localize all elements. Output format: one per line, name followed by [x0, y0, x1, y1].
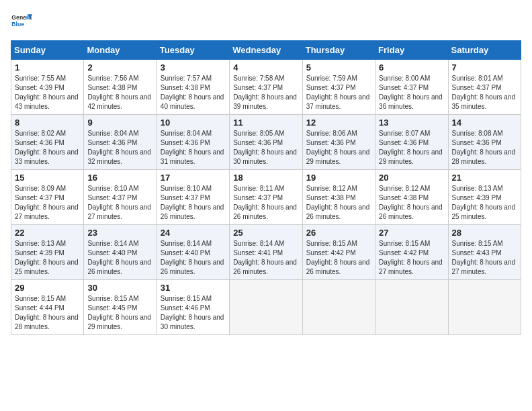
- day-info: Sunrise: 7:58 AMSunset: 4:37 PMDaylight:…: [233, 74, 298, 111]
- calendar-header-monday: Monday: [84, 41, 157, 60]
- day-number: 9: [87, 118, 152, 128]
- day-info: Sunrise: 8:04 AMSunset: 4:36 PMDaylight:…: [87, 129, 152, 167]
- day-number: 29: [15, 283, 80, 293]
- day-info: Sunrise: 8:01 AMSunset: 4:37 PMDaylight:…: [452, 74, 517, 111]
- calendar-week-row: 8 Sunrise: 8:02 AMSunset: 4:36 PMDayligh…: [11, 115, 521, 170]
- calendar-cell: 2 Sunrise: 7:56 AMSunset: 4:38 PMDayligh…: [84, 60, 157, 115]
- day-number: 21: [452, 173, 517, 183]
- calendar-cell: 30 Sunrise: 8:15 AMSunset: 4:45 PMDaylig…: [84, 280, 157, 335]
- logo: General Blue: [11, 11, 32, 32]
- day-number: 17: [161, 173, 226, 183]
- calendar-cell: 26 Sunrise: 8:15 AMSunset: 4:42 PMDaylig…: [302, 225, 375, 280]
- day-info: Sunrise: 8:15 AMSunset: 4:43 PMDaylight:…: [452, 239, 517, 277]
- day-number: 4: [233, 62, 298, 73]
- day-info: Sunrise: 7:56 AMSunset: 4:38 PMDaylight:…: [87, 74, 152, 111]
- calendar-cell: 24 Sunrise: 8:14 AMSunset: 4:40 PMDaylig…: [157, 225, 229, 280]
- day-number: 22: [15, 228, 80, 238]
- calendar-cell: 28 Sunrise: 8:15 AMSunset: 4:43 PMDaylig…: [448, 225, 521, 280]
- calendar-cell: 1 Sunrise: 7:55 AMSunset: 4:39 PMDayligh…: [11, 60, 84, 115]
- calendar-cell: 20 Sunrise: 8:12 AMSunset: 4:38 PMDaylig…: [375, 170, 448, 225]
- day-number: 11: [233, 118, 298, 128]
- calendar-cell: 9 Sunrise: 8:04 AMSunset: 4:36 PMDayligh…: [84, 115, 157, 170]
- day-number: 16: [87, 173, 152, 183]
- calendar-cell: 11 Sunrise: 8:05 AMSunset: 4:36 PMDaylig…: [230, 115, 302, 170]
- calendar-cell: 8 Sunrise: 8:02 AMSunset: 4:36 PMDayligh…: [11, 115, 84, 170]
- day-info: Sunrise: 8:00 AMSunset: 4:37 PMDaylight:…: [379, 74, 444, 111]
- calendar-cell: 12 Sunrise: 8:06 AMSunset: 4:36 PMDaylig…: [302, 115, 375, 170]
- day-number: 30: [87, 283, 152, 293]
- day-info: Sunrise: 8:14 AMSunset: 4:40 PMDaylight:…: [87, 239, 152, 277]
- calendar-cell: 10 Sunrise: 8:04 AMSunset: 4:36 PMDaylig…: [157, 115, 229, 170]
- calendar-week-row: 15 Sunrise: 8:09 AMSunset: 4:37 PMDaylig…: [11, 170, 521, 225]
- calendar-cell: [448, 280, 521, 335]
- day-info: Sunrise: 8:15 AMSunset: 4:44 PMDaylight:…: [15, 294, 80, 332]
- calendar-header-wednesday: Wednesday: [230, 41, 302, 60]
- calendar-cell: 22 Sunrise: 8:13 AMSunset: 4:39 PMDaylig…: [11, 225, 84, 280]
- day-info: Sunrise: 8:10 AMSunset: 4:37 PMDaylight:…: [87, 184, 152, 222]
- day-number: 7: [452, 62, 517, 73]
- day-info: Sunrise: 8:14 AMSunset: 4:41 PMDaylight:…: [233, 239, 298, 277]
- day-number: 23: [87, 228, 152, 238]
- calendar-header-row: SundayMondayTuesdayWednesdayThursdayFrid…: [11, 41, 521, 60]
- day-number: 31: [161, 283, 226, 293]
- calendar-week-row: 1 Sunrise: 7:55 AMSunset: 4:39 PMDayligh…: [11, 60, 521, 115]
- day-info: Sunrise: 8:04 AMSunset: 4:36 PMDaylight:…: [161, 129, 226, 167]
- day-info: Sunrise: 8:07 AMSunset: 4:36 PMDaylight:…: [379, 129, 444, 167]
- calendar-cell: 23 Sunrise: 8:14 AMSunset: 4:40 PMDaylig…: [84, 225, 157, 280]
- calendar-header-thursday: Thursday: [302, 41, 375, 60]
- day-number: 12: [306, 118, 371, 128]
- day-info: Sunrise: 8:15 AMSunset: 4:42 PMDaylight:…: [379, 239, 444, 277]
- day-info: Sunrise: 8:12 AMSunset: 4:38 PMDaylight:…: [306, 184, 371, 222]
- day-number: 26: [306, 228, 371, 238]
- day-info: Sunrise: 8:12 AMSunset: 4:38 PMDaylight:…: [379, 184, 444, 222]
- calendar-cell: 21 Sunrise: 8:13 AMSunset: 4:39 PMDaylig…: [448, 170, 521, 225]
- day-info: Sunrise: 8:09 AMSunset: 4:37 PMDaylight:…: [15, 184, 80, 222]
- day-number: 14: [452, 118, 517, 128]
- day-number: 8: [15, 118, 80, 128]
- day-info: Sunrise: 8:14 AMSunset: 4:40 PMDaylight:…: [161, 239, 226, 277]
- day-info: Sunrise: 8:13 AMSunset: 4:39 PMDaylight:…: [15, 239, 80, 277]
- calendar-cell: 29 Sunrise: 8:15 AMSunset: 4:44 PMDaylig…: [11, 280, 84, 335]
- day-info: Sunrise: 8:05 AMSunset: 4:36 PMDaylight:…: [233, 129, 298, 167]
- day-number: 25: [233, 228, 298, 238]
- day-number: 28: [452, 228, 517, 238]
- calendar-cell: 4 Sunrise: 7:58 AMSunset: 4:37 PMDayligh…: [230, 60, 302, 115]
- logo-icon: General Blue: [11, 11, 32, 32]
- calendar-cell: [230, 280, 302, 335]
- calendar-header-tuesday: Tuesday: [157, 41, 229, 60]
- day-info: Sunrise: 8:10 AMSunset: 4:37 PMDaylight:…: [161, 184, 226, 222]
- day-info: Sunrise: 7:55 AMSunset: 4:39 PMDaylight:…: [15, 74, 80, 111]
- calendar-cell: 5 Sunrise: 7:59 AMSunset: 4:37 PMDayligh…: [302, 60, 375, 115]
- day-info: Sunrise: 8:13 AMSunset: 4:39 PMDaylight:…: [452, 184, 517, 222]
- calendar-cell: 19 Sunrise: 8:12 AMSunset: 4:38 PMDaylig…: [302, 170, 375, 225]
- day-number: 10: [161, 118, 226, 128]
- calendar-header-sunday: Sunday: [11, 41, 84, 60]
- page-header: General Blue: [11, 11, 521, 32]
- day-number: 20: [379, 173, 444, 183]
- day-number: 3: [161, 62, 226, 73]
- calendar-cell: [302, 280, 375, 335]
- day-number: 13: [379, 118, 444, 128]
- day-number: 19: [306, 173, 371, 183]
- day-info: Sunrise: 8:08 AMSunset: 4:36 PMDaylight:…: [452, 129, 517, 167]
- day-info: Sunrise: 8:15 AMSunset: 4:46 PMDaylight:…: [161, 294, 226, 332]
- calendar-cell: 15 Sunrise: 8:09 AMSunset: 4:37 PMDaylig…: [11, 170, 84, 225]
- calendar-week-row: 29 Sunrise: 8:15 AMSunset: 4:44 PMDaylig…: [11, 280, 521, 335]
- calendar-cell: 25 Sunrise: 8:14 AMSunset: 4:41 PMDaylig…: [230, 225, 302, 280]
- day-info: Sunrise: 8:11 AMSunset: 4:37 PMDaylight:…: [233, 184, 298, 222]
- calendar-cell: 14 Sunrise: 8:08 AMSunset: 4:36 PMDaylig…: [448, 115, 521, 170]
- day-info: Sunrise: 7:59 AMSunset: 4:37 PMDaylight:…: [306, 74, 371, 111]
- calendar-cell: 7 Sunrise: 8:01 AMSunset: 4:37 PMDayligh…: [448, 60, 521, 115]
- day-info: Sunrise: 8:02 AMSunset: 4:36 PMDaylight:…: [15, 129, 80, 167]
- day-info: Sunrise: 8:15 AMSunset: 4:42 PMDaylight:…: [306, 239, 371, 277]
- calendar-cell: 27 Sunrise: 8:15 AMSunset: 4:42 PMDaylig…: [375, 225, 448, 280]
- day-number: 1: [15, 62, 80, 73]
- day-number: 24: [161, 228, 226, 238]
- day-number: 15: [15, 173, 80, 183]
- calendar-cell: 31 Sunrise: 8:15 AMSunset: 4:46 PMDaylig…: [157, 280, 229, 335]
- day-number: 2: [87, 62, 152, 73]
- calendar-cell: 18 Sunrise: 8:11 AMSunset: 4:37 PMDaylig…: [230, 170, 302, 225]
- calendar-cell: [375, 280, 448, 335]
- day-info: Sunrise: 8:06 AMSunset: 4:36 PMDaylight:…: [306, 129, 371, 167]
- calendar-cell: 3 Sunrise: 7:57 AMSunset: 4:38 PMDayligh…: [157, 60, 229, 115]
